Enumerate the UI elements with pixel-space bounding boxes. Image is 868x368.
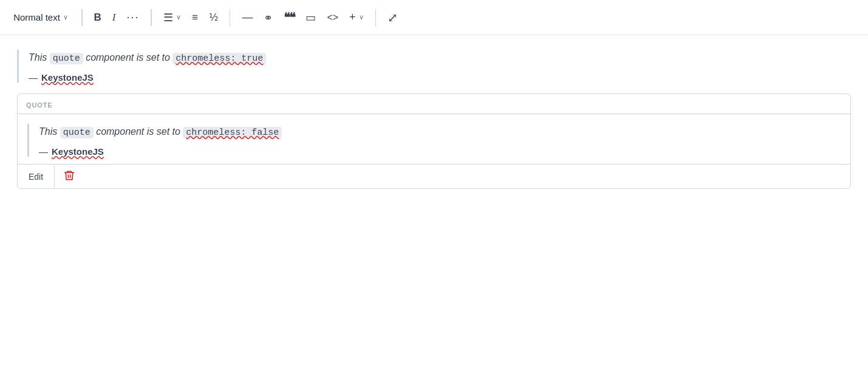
chrome-text-mid: component is set to: [94, 126, 183, 137]
bold-button[interactable]: B: [90, 9, 106, 27]
bullet-list-button[interactable]: ≡: [188, 9, 202, 27]
chrome-attribution: — KeystoneJS: [39, 146, 841, 157]
delete-button[interactable]: [55, 165, 84, 188]
columns-icon: ▭: [306, 11, 316, 24]
editor-content: This quote component is set to chromeles…: [0, 35, 868, 189]
add-chevron-icon: ∨: [359, 13, 364, 21]
columns-button[interactable]: ▭: [301, 8, 320, 27]
chromeless-dash: —: [29, 72, 38, 83]
chevron-down-icon: ∨: [63, 13, 68, 21]
chrome-author: KeystoneJS: [52, 146, 104, 157]
bold-icon: B: [94, 12, 101, 24]
chrome-quote-header: QUOTE: [18, 94, 850, 114]
chrome-quote-body: This quote component is set to chromeles…: [18, 114, 850, 164]
edit-button[interactable]: Edit: [18, 166, 55, 188]
chrome-quote-label: QUOTE: [26, 101, 53, 109]
text-style-label: Normal text: [13, 12, 60, 22]
hr-icon: —: [242, 11, 253, 24]
chromeless-author: KeystoneJS: [41, 72, 94, 83]
trash-icon: [63, 169, 75, 183]
link-button[interactable]: ⚭: [259, 8, 277, 27]
editor-toolbar: Normal text ∨ B I ··· ☰ ∨ ≡ ⅟₂ — ⚭ ❝❝ ▭ …: [0, 0, 868, 35]
list-icon: ≡: [192, 12, 198, 24]
chromeless-attribution: — KeystoneJS: [29, 72, 851, 83]
chrome-dash: —: [39, 146, 48, 157]
link-icon: ⚭: [264, 11, 273, 24]
quote-button[interactable]: ❝❝: [279, 7, 299, 28]
divider-4: [375, 9, 377, 26]
align-button[interactable]: ☰ ∨: [159, 8, 185, 27]
align-chevron-icon: ∨: [176, 13, 181, 21]
text-style-dropdown[interactable]: Normal text ∨: [7, 9, 74, 26]
chrome-quote-footer: Edit: [18, 164, 850, 188]
ordered-list-button[interactable]: ⅟₂: [205, 9, 222, 26]
chromeless-code-2: chromeless: true: [173, 53, 266, 64]
expand-icon: ⤢: [388, 10, 398, 25]
ordered-list-icon: ⅟₂: [209, 12, 218, 23]
align-icon: ☰: [163, 11, 173, 24]
italic-button[interactable]: I: [108, 9, 120, 27]
chrome-code-1: quote: [60, 127, 94, 138]
code-button[interactable]: <>: [323, 9, 343, 26]
add-button[interactable]: + ∨: [345, 8, 368, 27]
chrome-quote-text: This quote component is set to chromeles…: [39, 124, 841, 140]
more-options-button[interactable]: ···: [122, 8, 143, 27]
chromeless-text-prefix: This: [29, 52, 50, 63]
expand-button[interactable]: ⤢: [383, 7, 402, 28]
hr-button[interactable]: —: [238, 8, 257, 27]
ellipsis-icon: ···: [126, 11, 139, 24]
chromeless-quote-text: This quote component is set to chromeles…: [29, 50, 851, 66]
chrome-code-2: chromeless: false: [183, 127, 282, 138]
divider-3: [230, 9, 231, 26]
code-icon: <>: [327, 12, 338, 23]
chromeless-code-1: quote: [50, 53, 83, 64]
quote-icon: ❝❝: [284, 10, 295, 25]
plus-icon: +: [349, 11, 356, 24]
chrome-quote-block: QUOTE This quote component is set to chr…: [17, 94, 851, 189]
chromeless-text-mid: component is set to: [83, 52, 173, 63]
chrome-quote-inner: This quote component is set to chromeles…: [27, 124, 841, 157]
divider-1: [81, 9, 83, 26]
divider-2: [151, 9, 152, 26]
chrome-text-prefix: This: [39, 126, 60, 137]
italic-icon: I: [112, 12, 116, 24]
chromeless-quote-block: This quote component is set to chromeles…: [17, 50, 851, 83]
